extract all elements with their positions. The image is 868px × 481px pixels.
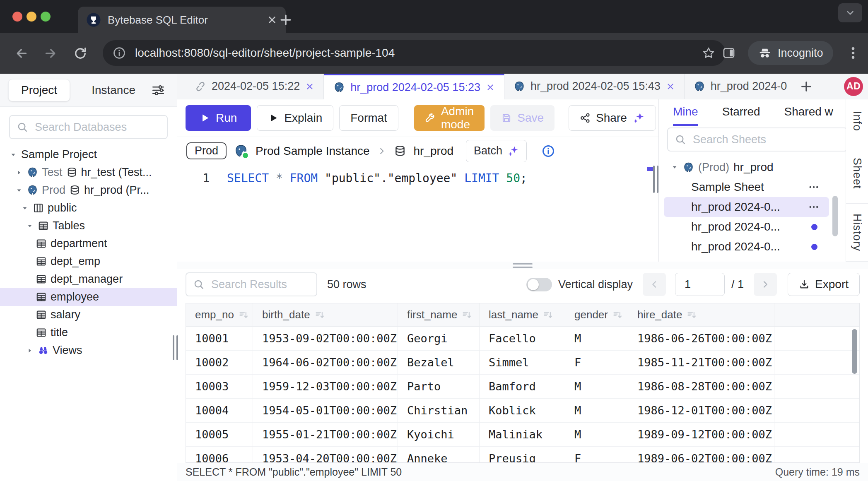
table-cell[interactable]: 10003 xyxy=(186,375,253,399)
tree-item-sample-project[interactable]: Sample Project xyxy=(0,146,177,164)
address-bar[interactable]: localhost:8080/sql-editor/sheet/project-… xyxy=(103,40,726,66)
format-button[interactable]: Format xyxy=(339,105,398,131)
minimize-window-button[interactable] xyxy=(27,12,36,22)
panel-resize-handle[interactable] xyxy=(653,166,662,193)
table-cell[interactable]: M xyxy=(565,423,628,447)
sheets-tab-starred[interactable]: Starred xyxy=(722,99,760,126)
new-tab-button[interactable] xyxy=(278,12,293,27)
tree-item-title[interactable]: title xyxy=(0,324,177,342)
side-panel-icon[interactable] xyxy=(721,46,736,60)
next-page-button[interactable] xyxy=(754,273,777,296)
table-cell[interactable]: 1989-09-12T00:00:00Z xyxy=(628,423,774,447)
table-cell[interactable]: Maliniak xyxy=(480,423,565,447)
editor-results-splitter[interactable] xyxy=(177,262,868,269)
table-cell[interactable]: Chirstian xyxy=(398,399,480,423)
sheet-row[interactable]: hr_prod 2024-0... xyxy=(664,217,829,237)
more-actions-icon[interactable] xyxy=(808,201,820,213)
results-search-box[interactable] xyxy=(186,272,317,296)
sql-editor[interactable]: 1 SELECT * FROM "public"."employee" LIMI… xyxy=(177,165,658,262)
more-actions-icon[interactable] xyxy=(808,181,820,193)
tree-item-public[interactable]: public xyxy=(0,199,177,217)
sheet-row[interactable]: hr_prod 2024-0... xyxy=(664,197,829,217)
database-search-input[interactable] xyxy=(34,120,160,134)
tree-item-hr_test-test-[interactable]: Testhr_test (Test... xyxy=(0,164,177,181)
sidebar-resize-handle[interactable] xyxy=(173,335,182,360)
table-cell[interactable]: Parto xyxy=(398,375,480,399)
table-cell[interactable]: 10006 xyxy=(186,447,253,463)
new-sheet-button[interactable] xyxy=(799,79,813,94)
sheet-tab-2[interactable]: hr_prod 2024-02-05 15:23 xyxy=(324,74,504,99)
close-window-button[interactable] xyxy=(12,12,22,22)
table-cell[interactable]: 10001 xyxy=(186,327,253,351)
tab-search-chevron-button[interactable] xyxy=(838,3,862,22)
info-circle-icon[interactable] xyxy=(542,144,555,158)
instance-name[interactable]: Prod Sample Instance xyxy=(256,144,370,158)
table-cell[interactable]: M xyxy=(565,327,628,351)
table-cell[interactable]: 1953-04-20T00:00:00Z xyxy=(253,447,398,463)
sheets-tab-shared-w[interactable]: Shared w xyxy=(784,99,833,126)
table-cell[interactable]: 1986-12-01T00:00:00Z xyxy=(628,399,774,423)
table-cell[interactable]: M xyxy=(565,399,628,423)
column-header-gender[interactable]: gender xyxy=(565,303,628,327)
sheet-search-box[interactable] xyxy=(667,127,846,152)
table-cell[interactable]: 1986-08-28T00:00:00Z xyxy=(628,375,774,399)
batch-button[interactable]: Batch xyxy=(466,140,527,162)
results-search-input[interactable] xyxy=(210,278,310,291)
sheet-row[interactable]: Sample Sheet xyxy=(664,177,829,197)
column-header-hire_date[interactable]: hire_date xyxy=(628,303,774,327)
table-cell[interactable]: M xyxy=(565,375,628,399)
browser-menu-icon[interactable] xyxy=(846,46,861,60)
sheet-tab-3[interactable]: hr_prod 2024-02-05 15:43 xyxy=(504,74,685,99)
table-cell[interactable]: Preusig xyxy=(480,447,565,463)
user-avatar[interactable]: AD xyxy=(844,77,863,96)
explain-button[interactable]: Explain xyxy=(257,105,333,131)
sheet-row[interactable]: hr_prod 2024-0... xyxy=(664,237,829,257)
column-header-birth_date[interactable]: birth_date xyxy=(253,303,398,327)
back-button[interactable] xyxy=(14,46,29,61)
database-search-box[interactable] xyxy=(9,115,168,139)
forward-button[interactable] xyxy=(43,46,58,61)
page-number-input[interactable] xyxy=(675,273,725,296)
table-cell[interactable]: Kyoichi xyxy=(398,423,480,447)
tree-item-dept_emp[interactable]: dept_emp xyxy=(0,253,177,270)
browser-tab[interactable]: Bytebase SQL Editor xyxy=(78,7,286,33)
close-tab-icon[interactable] xyxy=(267,14,277,25)
sheet-tab-4[interactable]: hr_prod 2024-0 xyxy=(685,74,796,99)
save-button[interactable]: Save xyxy=(490,105,555,131)
table-cell[interactable]: Anneke xyxy=(398,447,480,463)
tree-item-employee[interactable]: employee xyxy=(0,288,177,306)
table-cell[interactable]: 1955-01-21T00:00:00Z xyxy=(253,423,398,447)
tab-instance[interactable]: Instance xyxy=(92,84,135,97)
export-button[interactable]: Export xyxy=(788,273,860,296)
table-cell[interactable]: Facello xyxy=(480,327,565,351)
table-cell[interactable]: 1989-06-02T00:00:00Z xyxy=(628,447,774,463)
table-cell[interactable]: 1964-06-02T00:00:00Z xyxy=(253,351,398,375)
admin-mode-button[interactable]: Admin mode xyxy=(414,105,485,131)
right-tab-history[interactable]: History xyxy=(846,204,868,262)
column-header-first_name[interactable]: first_name xyxy=(398,303,480,327)
close-tab-icon[interactable] xyxy=(305,82,314,91)
table-cell[interactable]: 1959-12-03T00:00:00Z xyxy=(253,375,398,399)
column-header-last_name[interactable]: last_name xyxy=(480,303,565,327)
table-cell[interactable]: 1985-11-21T00:00:00Z xyxy=(628,351,774,375)
tree-item-dept_manager[interactable]: dept_manager xyxy=(0,270,177,288)
sheets-tab-mine[interactable]: Mine xyxy=(673,99,698,126)
database-name[interactable]: hr_prod xyxy=(414,144,454,158)
tree-item-department[interactable]: department xyxy=(0,235,177,253)
results-scrollbar[interactable] xyxy=(852,329,857,374)
site-info-icon[interactable] xyxy=(113,46,126,60)
vertical-display-toggle[interactable] xyxy=(526,278,552,291)
bookmark-star-icon[interactable] xyxy=(702,46,716,60)
tree-item-salary[interactable]: salary xyxy=(0,306,177,324)
sheet-group-row[interactable]: (Prod)hr_prod xyxy=(664,157,829,177)
sheet-search-input[interactable] xyxy=(692,133,840,147)
column-header-emp_no[interactable]: emp_no xyxy=(186,303,253,327)
run-button[interactable]: Run xyxy=(186,105,251,131)
table-cell[interactable]: 10004 xyxy=(186,399,253,423)
close-tab-icon[interactable] xyxy=(666,82,675,91)
table-cell[interactable]: 1953-09-02T00:00:00Z xyxy=(253,327,398,351)
sheets-scrollbar[interactable] xyxy=(832,196,838,236)
table-cell[interactable]: Simmel xyxy=(480,351,565,375)
table-cell[interactable]: 10002 xyxy=(186,351,253,375)
table-cell[interactable]: 1954-05-01T00:00:00Z xyxy=(253,399,398,423)
